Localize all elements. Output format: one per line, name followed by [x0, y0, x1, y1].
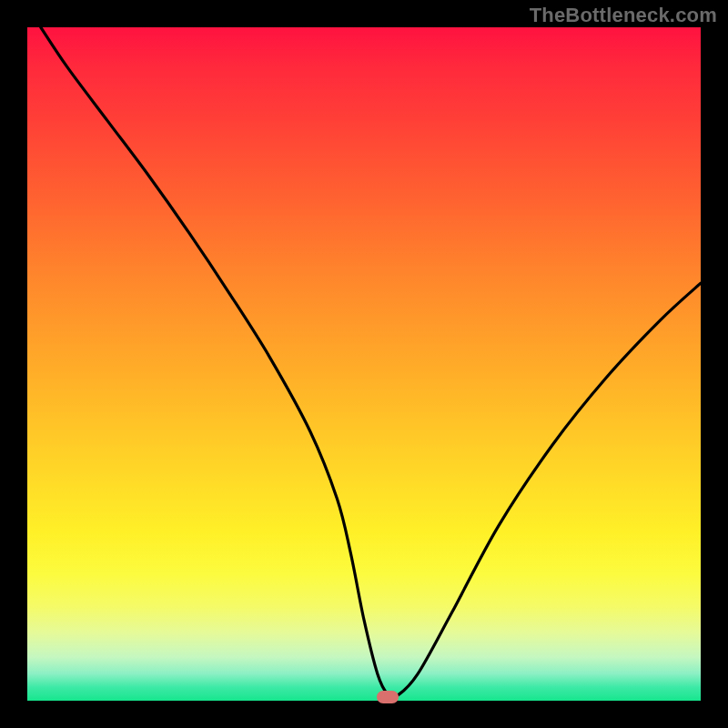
optimum-marker [377, 691, 399, 703]
watermark-text: TheBottleneck.com [530, 4, 717, 27]
chart-container: TheBottleneck.com [0, 0, 728, 728]
plot-area [27, 27, 701, 701]
curve-line [41, 27, 701, 697]
curve-svg [27, 27, 701, 701]
